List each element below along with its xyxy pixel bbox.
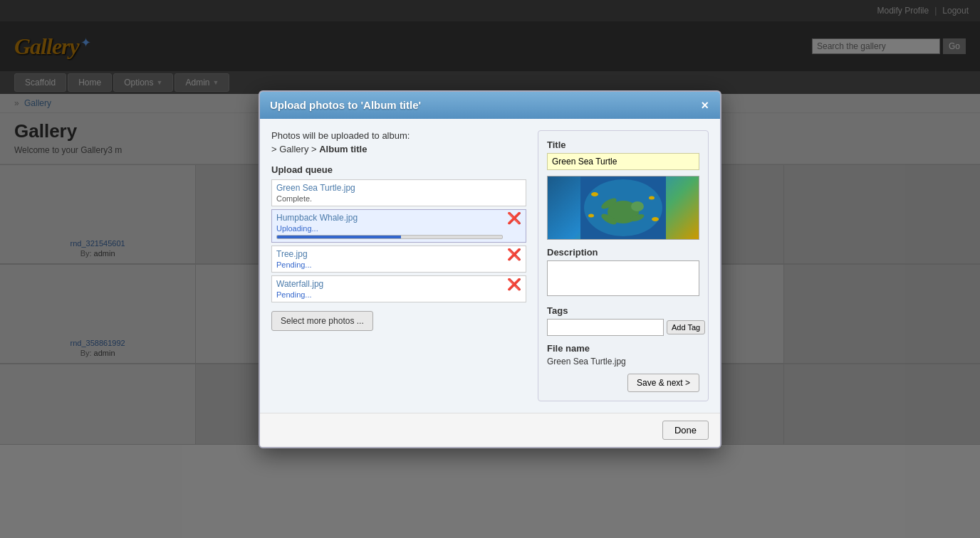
modal-footer: Done <box>260 413 720 447</box>
upload-target-path: > Gallery > Album title <box>271 144 526 154</box>
upload-album-name: Album title <box>319 144 367 154</box>
filename-label: File name <box>547 343 699 354</box>
modal-left-panel: Photos will be uploaded to album: > Gall… <box>271 130 526 401</box>
queue-list: Green Sea Turtle.jpg Complete. Humpback … <box>271 179 526 302</box>
svg-point-7 <box>591 192 598 196</box>
queue-item-status: Uploading... <box>276 224 503 233</box>
add-tag-button[interactable]: Add Tag <box>667 320 705 334</box>
tags-row: Add Tag <box>547 319 699 336</box>
modal-header: Upload photos to 'Album title' × <box>260 92 720 119</box>
tags-label: Tags <box>547 305 699 316</box>
description-label: Description <box>547 247 699 258</box>
queue-item-info: Humpback Whale.jpg Uploading... <box>276 213 503 239</box>
queue-item-status: Pending... <box>276 260 503 269</box>
title-label: Title <box>547 139 699 150</box>
upload-path-prefix: > Gallery > <box>271 144 317 154</box>
modal-title: Upload photos to 'Album title' <box>270 99 421 111</box>
svg-point-8 <box>649 196 655 199</box>
queue-item-name: Waterfall.jpg <box>276 279 503 289</box>
queue-item-3: Tree.jpg Pending... ❌ <box>271 246 526 273</box>
svg-point-10 <box>652 217 659 221</box>
svg-point-3 <box>631 201 644 211</box>
queue-item-name: Tree.jpg <box>276 249 503 259</box>
queue-item-remove-button[interactable]: ❌ <box>507 249 521 260</box>
modal-body: Photos will be uploaded to album: > Gall… <box>260 119 720 413</box>
select-more-photos-button[interactable]: Select more photos ... <box>271 311 373 331</box>
modal-overlay: Upload photos to 'Album title' × Photos … <box>0 0 980 538</box>
progress-bar-container <box>276 235 503 239</box>
title-input[interactable] <box>547 153 699 170</box>
queue-item-info: Tree.jpg Pending... <box>276 249 503 269</box>
tags-input[interactable] <box>547 319 664 336</box>
upload-queue-label: Upload queue <box>271 164 526 175</box>
queue-item-remove-button[interactable]: ❌ <box>507 213 521 224</box>
queue-item-status: Pending... <box>276 290 503 299</box>
done-button[interactable]: Done <box>662 421 709 440</box>
queue-item-status: Complete. <box>276 194 521 203</box>
queue-item-2: Humpback Whale.jpg Uploading... ❌ <box>271 209 526 243</box>
svg-point-9 <box>588 213 594 217</box>
queue-item-4: Waterfall.jpg Pending... ❌ <box>271 275 526 302</box>
modal-right-panel: Title <box>538 130 709 401</box>
progress-bar-fill <box>277 236 401 238</box>
modal-close-button[interactable]: × <box>699 99 710 112</box>
filename-value: Green Sea Turtle.jpg <box>547 357 699 366</box>
queue-item-1: Green Sea Turtle.jpg Complete. <box>271 179 526 206</box>
description-textarea[interactable] <box>547 260 699 296</box>
upload-modal: Upload photos to 'Album title' × Photos … <box>259 90 721 448</box>
queue-item-remove-button[interactable]: ❌ <box>507 279 521 290</box>
queue-item-info: Waterfall.jpg Pending... <box>276 279 503 299</box>
queue-item-name: Green Sea Turtle.jpg <box>276 183 521 193</box>
queue-item-info: Green Sea Turtle.jpg Complete. <box>276 183 521 203</box>
preview-image <box>580 176 666 239</box>
upload-target-label: Photos will be uploaded to album: <box>271 130 526 141</box>
queue-item-name: Humpback Whale.jpg <box>276 213 503 223</box>
save-next-button[interactable]: Save & next > <box>627 374 699 392</box>
photo-preview <box>547 176 699 240</box>
